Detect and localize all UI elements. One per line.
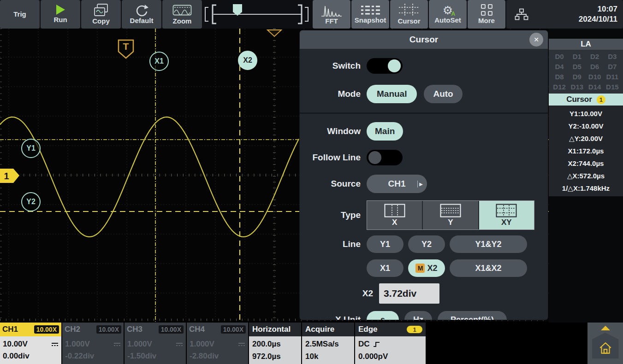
cursor-value-y1: Y1:10.00V: [549, 107, 623, 120]
follow-line-toggle[interactable]: [367, 150, 403, 165]
default-icon: [135, 4, 148, 17]
trigger-level-value: 0.000pV: [358, 352, 422, 361]
trigger-position-icon[interactable]: [267, 29, 282, 37]
channel-box-ch2[interactable]: CH2 10.00X 1.000V -0.22div: [62, 323, 124, 364]
channel-name: CH3: [127, 325, 142, 334]
cursor-results-panel: Y1:10.00V Y2:-10.00V △Y:20.00V X1:172.0µ…: [549, 106, 623, 196]
copy-icon: [93, 3, 109, 17]
default-button[interactable]: Default: [122, 0, 161, 29]
more-button[interactable]: More: [468, 0, 505, 29]
channel-box-ch3[interactable]: CH3 10.00X 1.000V -1.50div: [125, 323, 186, 364]
run-icon: [56, 5, 65, 15]
svg-text:1: 1: [4, 171, 9, 181]
type-y-icon: [440, 204, 461, 217]
cursor-count-badge: 1: [597, 95, 605, 104]
la-channel: D2: [586, 53, 604, 60]
acquire-box[interactable]: Acquire 2.5MSa/s 10k: [302, 323, 354, 364]
trigger-marker[interactable]: T: [117, 39, 135, 60]
cursor-icon: [398, 3, 420, 17]
cursor-x1-label[interactable]: X1: [149, 52, 169, 71]
expand-icon[interactable]: [601, 326, 610, 330]
mode-auto-button[interactable]: Auto: [424, 85, 462, 103]
cursor-x2-label[interactable]: X2: [238, 51, 257, 70]
copy-button[interactable]: Copy: [81, 0, 121, 29]
cursor-y2-label[interactable]: Y2: [21, 192, 41, 211]
horizontal-box[interactable]: Horizontal 200.0µs 972.0µs: [249, 323, 301, 364]
xunit-hz-button[interactable]: Hz: [404, 311, 432, 320]
la-channel: D12: [551, 83, 568, 91]
la-channel: D0: [551, 53, 568, 60]
home-panel: [587, 323, 623, 364]
type-label: Type: [300, 210, 367, 220]
line-y1y2-button[interactable]: Y1&Y2: [450, 235, 527, 253]
type-xy-button[interactable]: XY: [478, 201, 534, 229]
la-channel: D14: [586, 83, 604, 91]
la-panel-header[interactable]: LA: [549, 39, 623, 50]
mode-manual-button[interactable]: Manual: [367, 85, 417, 103]
type-xy-icon: [496, 204, 517, 217]
la-channel: D7: [604, 63, 621, 70]
source-select[interactable]: CH1 ▶: [367, 175, 427, 193]
channel-marker[interactable]: 1: [0, 168, 20, 183]
la-channel: D15: [604, 83, 621, 91]
dropdown-arrow-icon: ▶: [417, 181, 423, 188]
trig-button[interactable]: Trig: [0, 0, 40, 29]
trigger-coupling-value: DC: [358, 340, 370, 349]
cursor-y1-label[interactable]: Y1: [21, 139, 41, 158]
channel-name: CH4: [189, 325, 205, 334]
window-main-button[interactable]: Main: [367, 122, 403, 141]
timebase-value: 200.0µs: [252, 340, 298, 349]
type-y-button[interactable]: Y: [422, 201, 478, 229]
dc-coupling-icon: [176, 342, 183, 347]
autoset-button[interactable]: ⚙A AutoSet: [429, 0, 467, 29]
line-y1-button[interactable]: Y1: [367, 235, 403, 253]
run-button[interactable]: Run: [41, 0, 80, 29]
cursor-value-y2: Y2:-10.00V: [549, 120, 623, 132]
home-button[interactable]: [592, 333, 619, 358]
dc-coupling-icon: [113, 342, 121, 347]
cursor-value-dy: △Y:20.00V: [549, 132, 623, 145]
x2-value-input[interactable]: 3.72div: [379, 283, 439, 304]
xunit-label: X Unit: [300, 315, 367, 320]
cursor-button[interactable]: Cursor: [390, 0, 428, 29]
la-channel-grid: D0 D1 D2 D3 D4 D5 D6 D7 D8 D9 D10 D11 D1…: [549, 50, 623, 94]
close-icon[interactable]: ✕: [529, 33, 543, 47]
channel-box-ch1[interactable]: CH1 10.00X 10.00V 0.00div: [0, 323, 61, 364]
channel-name: CH1: [2, 325, 18, 334]
cursor-results-header[interactable]: Cursor 1: [549, 94, 623, 106]
type-x-button[interactable]: X: [367, 201, 422, 229]
dc-coupling-icon: [51, 342, 59, 347]
cursor-value-freq: 1/△X:1.748kHz: [549, 182, 623, 194]
timebase-position-slider[interactable]: [203, 0, 312, 29]
cursor-value-dx: △X:572.0µs: [549, 170, 623, 182]
xunit-percent-button[interactable]: Percent(%): [438, 311, 507, 320]
dialog-title: Cursor: [409, 35, 438, 45]
fft-icon: [321, 3, 342, 17]
fft-button[interactable]: FFT: [313, 0, 350, 29]
zoom-button[interactable]: Zoom: [162, 0, 202, 29]
rising-edge-icon: [373, 341, 381, 348]
la-channel: D9: [568, 73, 586, 81]
la-channel: D11: [604, 73, 621, 81]
dc-coupling-icon: [238, 342, 245, 347]
svg-text:T: T: [123, 41, 129, 52]
cursor-switch-toggle[interactable]: [367, 58, 403, 74]
trigger-source-badge: 1: [407, 326, 422, 333]
bottom-status-bar: CH1 10.00X 10.00V 0.00div CH2 10.00X 1.0…: [0, 323, 623, 364]
snapshot-button[interactable]: Snapshot: [351, 0, 389, 29]
xunit-s-button[interactable]: s: [367, 311, 399, 320]
line-x2-button[interactable]: M X2: [408, 259, 445, 277]
clock-date: 2024/10/11: [528, 14, 617, 24]
network-icon[interactable]: [515, 8, 528, 21]
line-x1-button[interactable]: X1: [367, 259, 403, 277]
trigger-box[interactable]: Edge 1 DC 0.000pV: [355, 323, 426, 364]
slider-graphic: [203, 0, 312, 29]
channel-box-ch4[interactable]: CH4 10.00X 1.000V -2.80div: [187, 323, 248, 364]
la-channel: D5: [568, 63, 586, 70]
horizontal-position-value: 972.0µs: [252, 352, 298, 361]
clock-time: 10:07: [528, 4, 617, 14]
status-clock: 10:07 2024/10/11: [506, 0, 623, 29]
line-x1x2-button[interactable]: X1&X2: [450, 259, 527, 277]
line-y2-button[interactable]: Y2: [408, 235, 445, 253]
la-channel: D4: [551, 63, 568, 70]
